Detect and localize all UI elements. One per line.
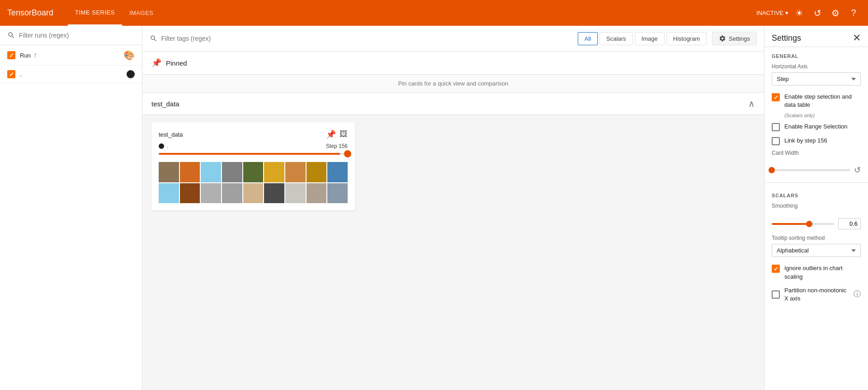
check-icon: ✓ xyxy=(774,266,778,272)
image-cell xyxy=(180,162,200,182)
image-cell xyxy=(243,162,264,182)
partition-row: Partition non-monotonic X axis ⓘ xyxy=(764,284,868,305)
run-dot-checkbox[interactable]: ✓ xyxy=(7,70,15,78)
image-cell xyxy=(264,183,284,204)
smoothing-slider-fill xyxy=(772,223,809,225)
card-header: test_data 📌 🖼 xyxy=(159,129,348,139)
refresh-icon[interactable]: ↺ xyxy=(810,6,825,20)
content-search-icon xyxy=(150,34,158,43)
ignore-outliers-checkbox[interactable]: ✓ xyxy=(772,265,780,273)
card-width-slider-row: ↺ xyxy=(764,163,868,179)
settings-icon[interactable]: ⚙ xyxy=(828,6,843,20)
card-fullscreen-btn[interactable]: 🖼 xyxy=(340,129,348,139)
image-cell xyxy=(201,183,221,204)
card-run-dot: . xyxy=(159,143,168,149)
settings-close-btn[interactable]: ✕ xyxy=(853,33,861,43)
run-header-item[interactable]: ✓ Run ↑ 🎨 xyxy=(0,45,142,66)
horizontal-axis-select[interactable]: Step Relative Wall xyxy=(772,72,861,86)
brightness-icon[interactable]: ☀ xyxy=(792,6,807,20)
card-width-reset-btn[interactable]: ↺ xyxy=(854,165,861,175)
settings-btn-icon xyxy=(719,35,726,42)
dropdown-icon[interactable]: ▾ xyxy=(785,10,788,16)
filter-tab-scalars[interactable]: Scalars xyxy=(599,32,632,45)
image-grid xyxy=(159,162,348,203)
link-step-checkbox[interactable] xyxy=(772,137,780,145)
settings-panel-title: Settings xyxy=(772,33,801,43)
topnav-right: INACTIVE ▾ ☀ ↺ ⚙ ? xyxy=(756,6,861,20)
image-cell xyxy=(307,183,327,204)
image-cell xyxy=(222,183,242,204)
slider-fill xyxy=(159,153,340,155)
run-header-checkbox[interactable]: ✓ xyxy=(7,51,15,59)
card-step: Step 156 xyxy=(326,143,348,149)
help-icon[interactable]: ? xyxy=(846,6,861,20)
status-label: INACTIVE ▾ xyxy=(756,10,788,16)
image-cell xyxy=(285,162,306,182)
settings-button[interactable]: Settings xyxy=(712,32,757,45)
enable-range-label: Enable Range Selection xyxy=(784,123,848,131)
pin-icon: 📌 xyxy=(151,58,161,68)
check-icon: ✓ xyxy=(774,94,778,101)
palette-icon[interactable]: 🎨 xyxy=(123,50,135,61)
filter-tabs: All Scalars Image Histogram xyxy=(578,32,707,45)
card-width-slider-thumb[interactable] xyxy=(769,167,775,173)
partition-checkbox[interactable] xyxy=(772,290,780,299)
run-dot-item[interactable]: ✓ . xyxy=(0,66,142,83)
sidebar-search-input[interactable] xyxy=(19,32,135,39)
settings-panel: Settings ✕ GENERAL Horizontal Axis Step … xyxy=(764,26,868,390)
sidebar: ✓ Run ↑ 🎨 ✓ . xyxy=(0,26,142,390)
image-cell xyxy=(180,183,200,204)
smoothing-slider-row xyxy=(764,216,868,233)
filter-tab-histogram[interactable]: Histogram xyxy=(666,32,707,45)
app-logo: TensorBoard xyxy=(7,8,53,18)
image-cell xyxy=(243,183,264,204)
image-cell xyxy=(285,183,306,204)
run-dot-circle xyxy=(159,143,164,149)
card-width-slider-track[interactable] xyxy=(772,169,850,171)
content-search-bar xyxy=(150,34,572,43)
filter-tab-image[interactable]: Image xyxy=(635,32,665,45)
sidebar-search-icon xyxy=(7,31,15,39)
content-header: All Scalars Image Histogram Settings xyxy=(142,26,764,52)
smoothing-field: Smoothing xyxy=(764,201,868,216)
card-title: test_data xyxy=(159,131,183,138)
card-container: test_data 📌 🖼 . Step 156 xyxy=(142,115,764,218)
run-header-name: Run ↑ xyxy=(20,51,119,59)
ignore-outliers-label: Ignore outliers in chart scaling xyxy=(784,264,861,281)
link-step-label: Link by step 156 xyxy=(784,137,827,145)
partition-label: Partition non-monotonic X axis xyxy=(784,286,849,303)
enable-step-checkbox[interactable]: ✓ xyxy=(772,93,780,101)
card-pin-btn[interactable]: 📌 xyxy=(326,129,336,139)
link-step-row: Link by step 156 xyxy=(764,134,868,148)
content-search-input[interactable] xyxy=(161,35,572,42)
card-slider[interactable] xyxy=(159,153,348,155)
horizontal-axis-label: Horizontal Axis xyxy=(772,63,861,70)
nav-time-series[interactable]: TIME SERIES xyxy=(68,0,122,26)
section-header-test-data[interactable]: test_data ∧ xyxy=(142,93,764,115)
slider-thumb[interactable] xyxy=(344,150,351,157)
card-icons: 📌 🖼 xyxy=(326,129,348,139)
content-scroll[interactable]: 📌 Pinned Pin cards for a quick view and … xyxy=(142,52,764,390)
filter-tab-all[interactable]: All xyxy=(578,32,598,45)
image-cell xyxy=(327,183,348,204)
image-cell xyxy=(264,162,284,182)
smoothing-slider-track[interactable] xyxy=(772,223,835,225)
enable-range-checkbox[interactable] xyxy=(772,123,780,131)
tooltip-label: Tooltip sorting method xyxy=(772,235,861,241)
app-body: ✓ Run ↑ 🎨 ✓ . xyxy=(0,26,868,390)
tooltip-select[interactable]: Alphabetical Ascending Descending Defaul… xyxy=(772,244,861,257)
check-icon-dot: ✓ xyxy=(9,71,14,78)
smoothing-slider-thumb[interactable] xyxy=(806,221,812,227)
enable-step-row: ✓ Enable step selection and data table xyxy=(764,90,868,112)
sort-icon[interactable]: ↑ xyxy=(33,51,37,59)
image-cell xyxy=(201,162,221,182)
partition-help-icon[interactable]: ⓘ xyxy=(854,290,861,299)
topnav: TensorBoard TIME SERIES IMAGES INACTIVE … xyxy=(0,0,868,26)
scalars-section-label: SCALARS xyxy=(764,186,868,201)
pinned-section-header: 📌 Pinned xyxy=(142,52,764,75)
nav-images[interactable]: IMAGES xyxy=(122,0,161,26)
card-width-field: Card Width xyxy=(764,148,868,163)
collapse-icon[interactable]: ∧ xyxy=(748,98,755,109)
run-list: ✓ Run ↑ 🎨 ✓ . xyxy=(0,45,142,390)
smoothing-value-input[interactable] xyxy=(838,218,861,229)
